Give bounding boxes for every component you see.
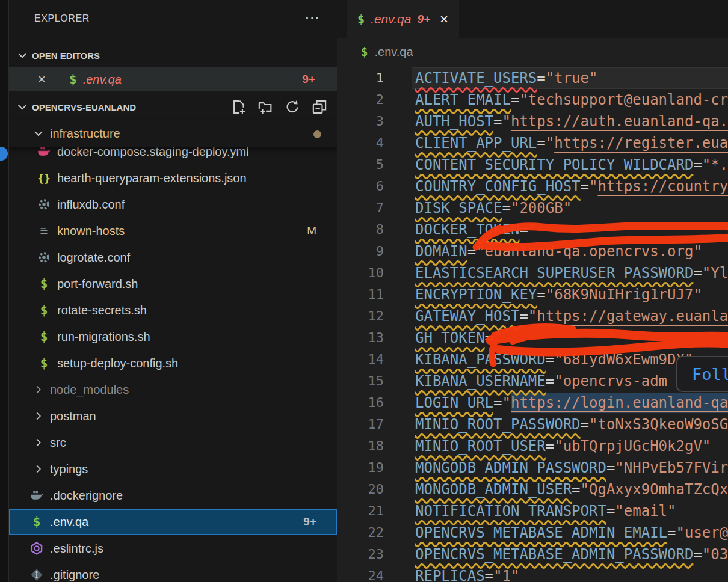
shell-file-icon: $ [36, 356, 52, 370]
line-number: 10 [337, 262, 384, 284]
code-line[interactable]: 3AUTH_HOST="https://auth.euanland-qa. [337, 111, 728, 132]
code-line[interactable]: 9DOMAIN="euanland-qa.opencrvs.org" [337, 240, 728, 262]
tree-item-env-qa-selected[interactable]: $ .env.qa 9+ [9, 509, 337, 535]
chevron-down-icon [32, 127, 45, 139]
url-link[interactable]: https://gateway.euanla [537, 308, 728, 325]
tree-item-label: setup-deploy-config.sh [57, 357, 178, 370]
open-editor-item[interactable]: × $ .env.qa 9+ [9, 67, 337, 91]
collapse-all-icon[interactable] [312, 99, 327, 115]
code-line[interactable]: 7DISK_SPACE="200GB" [337, 197, 728, 219]
tree-item-hearth-json[interactable]: {} hearth-queryparam-extensions.json [9, 165, 337, 191]
code-line[interactable]: 6COUNTRY_CONFIG_HOST="https://country [337, 176, 728, 197]
tree-item-label: rotate-secrets.sh [57, 304, 147, 317]
code-line[interactable]: 21NOTIFICATION_TRANSPORT="email" [337, 500, 728, 522]
tree-item-label: .eslintrc.js [50, 542, 103, 556]
tree-item-setup-deploy-config[interactable]: $ setup-deploy-config.sh [9, 350, 337, 376]
tab-env-qa[interactable]: $ .env.qa 9+ × [347, 0, 459, 38]
url-link[interactable]: https://login.euanland-qa [511, 394, 728, 411]
line-number: 24 [337, 565, 384, 582]
tree-item-logrotate-conf[interactable]: logrotate.conf [9, 244, 337, 271]
shell-file-icon: $ [361, 45, 368, 58]
vscode-window: EXPLORER ⋯ OPEN EDITORS × $ .env.qa 9+ O… [0, 0, 728, 582]
code-line[interactable]: 14KIBANA_PASSWORD="68IydW6xEwm9DX" [337, 349, 728, 370]
tree-item-port-forward[interactable]: $ port-forward.sh [9, 271, 337, 297]
tab-problems-badge: 9+ [417, 13, 430, 26]
line-number: 17 [337, 414, 384, 435]
tree-item-label: typings [50, 462, 88, 476]
open-editors-section-header[interactable]: OPEN EDITORS [9, 43, 337, 67]
editor-group: $ .env.qa 9+ × $ .env.qa 1ACTIVATE_USERS… [337, 0, 728, 582]
code-line[interactable]: 23OPENCRVS_METABASE_ADMIN_PASSWORD="03 [337, 544, 728, 565]
chevron-right-icon [32, 411, 45, 421]
url-link[interactable]: https://auth.euanland-qa. [511, 113, 728, 130]
tree-item-influxdb-conf[interactable]: influxdb.conf [9, 191, 337, 218]
shell-file-icon: $ [36, 329, 52, 344]
breadcrumb[interactable]: $ .env.qa [337, 38, 728, 65]
code-line[interactable]: 1ACTIVATE_USERS="true" [337, 67, 728, 89]
new-folder-icon[interactable] [258, 99, 273, 115]
code-line[interactable]: 10ELASTICSEARCH_SUPERUSER_PASSWORD="Yl [337, 262, 728, 284]
tab-filename: .env.qa [371, 12, 411, 26]
text-lines-icon [36, 224, 52, 237]
notification-dot [0, 147, 8, 161]
code-line[interactable]: 18MINIO_ROOT_USER="ubTQrpjUGcH0k2gV" [337, 435, 728, 457]
explorer-sidebar: EXPLORER ⋯ OPEN EDITORS × $ .env.qa 9+ O… [9, 0, 337, 582]
tree-item-label: node_modules [50, 383, 129, 397]
git-modified-badge: M [307, 224, 316, 237]
close-icon[interactable]: × [440, 11, 448, 28]
line-number: 23 [337, 544, 384, 565]
line-number: 13 [337, 327, 384, 349]
tree-item-src[interactable]: src [9, 429, 337, 456]
tree-item-known-hosts[interactable]: known-hosts M [9, 218, 337, 244]
config-gear-icon [36, 198, 52, 211]
tree-item-node-modules[interactable]: node_modules [9, 376, 337, 403]
tree-item-label: logrotate.conf [57, 251, 130, 265]
tree-item-typings[interactable]: typings [9, 456, 337, 482]
code-line[interactable]: 11ENCRYPTION_KEY="68K9NuIHrig1rUJ7" [337, 284, 728, 305]
url-link[interactable]: https://country [597, 178, 728, 195]
code-line[interactable]: 19MONGODB_ADMIN_PASSWORD="NHPvEb57FVir [337, 457, 728, 479]
tree-item-postman[interactable]: postman [9, 403, 337, 429]
tree-item-dockerignore[interactable]: .dockerignore [9, 482, 337, 509]
json-file-icon: {} [36, 172, 52, 185]
refresh-icon[interactable] [285, 99, 300, 115]
code-area[interactable]: 1ACTIVATE_USERS="true" 2ALERT_EMAIL="tec… [337, 65, 728, 582]
problems-badge: 9+ [303, 515, 316, 528]
code-line[interactable]: 16LOGIN_URL="https://login.euanland-qa [337, 392, 728, 414]
tree-item-rotate-secrets[interactable]: $ rotate-secrets.sh [9, 297, 337, 323]
explorer-title: EXPLORER [34, 13, 90, 24]
eslint-file-icon [29, 541, 45, 556]
open-editors-label: OPEN EDITORS [32, 51, 100, 61]
code-line-redacted[interactable]: 13GH_TOKEN=" [337, 327, 728, 349]
tree-item-eslintrc[interactable]: .eslintrc.js [9, 535, 337, 562]
workspace-name: OPENCRVS-EUANLAND [32, 102, 136, 112]
line-number: 12 [337, 305, 384, 327]
workspace-section-header[interactable]: OPENCRVS-EUANLAND [9, 94, 337, 120]
line-number: 11 [337, 284, 384, 305]
new-file-icon[interactable] [230, 99, 246, 115]
code-line[interactable]: 22OPENCRVS_METABASE_ADMIN_EMAIL="user@ [337, 522, 728, 544]
code-line-redacted[interactable]: 8DOCKER_TOKEN=" [337, 219, 728, 240]
code-line[interactable]: 12GATEWAY_HOST="https://gateway.euanla [337, 305, 728, 327]
chevron-right-icon [32, 464, 45, 474]
close-icon[interactable]: × [38, 72, 54, 87]
sticky-folder-label: infrastructure [50, 127, 120, 141]
open-editor-filename: .env.qa [83, 73, 122, 87]
url-link[interactable]: https://register.eua [554, 135, 728, 152]
tree-item-run-migrations[interactable]: $ run-migrations.sh [9, 323, 337, 350]
tree-item-gitignore[interactable]: .gitignore [9, 562, 337, 582]
code-line[interactable]: 24REPLICAS="1" [337, 565, 728, 582]
follow-button[interactable]: Follow [676, 356, 728, 392]
problems-badge: 9+ [302, 73, 315, 86]
line-number: 14 [337, 349, 384, 370]
code-line[interactable]: 4CLIENT_APP_URL="https://register.eua [337, 132, 728, 154]
sticky-folder-infrastructure[interactable]: infrastructure [9, 120, 337, 147]
config-gear-icon [36, 251, 52, 264]
code-line[interactable]: 15KIBANA_USERNAME="opencrvs-adm [337, 370, 728, 392]
code-line[interactable]: 5CONTENT_SECURITY_POLICY_WILDCARD="*. [337, 154, 728, 176]
code-line[interactable]: 2ALERT_EMAIL="techsupport@euanland-cr [337, 89, 728, 111]
more-actions-icon[interactable]: ⋯ [304, 8, 321, 27]
line-number: 3 [337, 111, 384, 132]
code-line[interactable]: 17MINIO_ROOT_PASSWORD="toNxS3QkeoW9oSG [337, 414, 728, 435]
code-line[interactable]: 20MONGODB_ADMIN_USER="QgAxyx9OmhaTZcQx [337, 479, 728, 500]
